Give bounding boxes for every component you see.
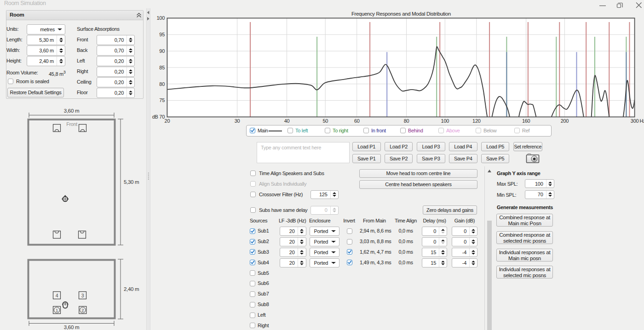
svg-text:40: 40 <box>284 118 290 124</box>
svg-text:Front: Front <box>66 121 77 127</box>
svg-text:120: 120 <box>472 118 481 124</box>
svg-text:100: 100 <box>157 15 165 21</box>
svg-text:3: 3 <box>81 293 84 298</box>
svg-text:2,40 m: 2,40 m <box>124 286 139 292</box>
svg-text:1: 1 <box>56 307 58 313</box>
svg-text:2: 2 <box>81 307 84 313</box>
svg-text:4: 4 <box>56 293 58 298</box>
svg-text:85: 85 <box>159 65 165 70</box>
svg-text:50: 50 <box>322 118 328 124</box>
svg-text:160: 160 <box>522 118 530 124</box>
svg-text:Hz: Hz <box>640 118 644 124</box>
svg-text:75: 75 <box>159 97 165 103</box>
svg-text:80: 80 <box>404 118 409 124</box>
svg-text:20: 20 <box>165 118 170 124</box>
svg-text:30: 30 <box>235 118 240 124</box>
svg-text:5,30 m: 5,30 m <box>124 179 139 185</box>
svg-text:100: 100 <box>441 118 449 124</box>
svg-text:300: 300 <box>631 118 639 124</box>
svg-text:dB 70: dB 70 <box>152 114 165 119</box>
svg-text:Frequency Responses and Modal: Frequency Responses and Modal Distributi… <box>351 11 451 17</box>
svg-text:60: 60 <box>354 118 360 124</box>
svg-text:95: 95 <box>159 32 165 37</box>
svg-text:3,60 m: 3,60 m <box>64 324 79 330</box>
svg-text:200: 200 <box>561 118 569 124</box>
svg-text:3,60 m: 3,60 m <box>64 108 79 114</box>
svg-text:90: 90 <box>159 48 165 54</box>
svg-text:80: 80 <box>159 81 165 87</box>
